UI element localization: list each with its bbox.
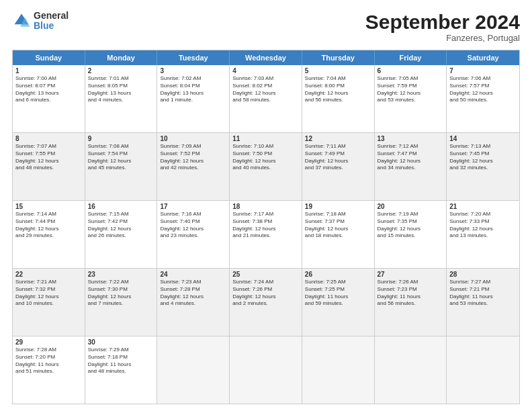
day-number: 10 (160, 135, 226, 142)
calendar-cell: 28Sunrise: 7:27 AM Sunset: 7:21 PM Dayli… (447, 269, 519, 336)
calendar-cell: 22Sunrise: 7:21 AM Sunset: 7:32 PM Dayli… (13, 269, 85, 336)
calendar-cell: 25Sunrise: 7:24 AM Sunset: 7:26 PM Dayli… (230, 269, 302, 336)
day-number: 8 (15, 135, 82, 142)
day-number: 29 (15, 338, 82, 346)
day-number: 4 (232, 67, 299, 75)
day-info: Sunrise: 7:03 AM Sunset: 8:02 PM Dayligh… (232, 75, 299, 104)
day-info: Sunrise: 7:13 AM Sunset: 7:45 PM Dayligh… (449, 143, 517, 172)
day-number: 21 (449, 203, 517, 210)
day-number: 28 (449, 271, 517, 278)
day-number: 2 (88, 67, 154, 75)
day-number: 25 (232, 271, 299, 278)
header-thursday: Thursday (302, 50, 375, 65)
calendar-cell: 3Sunrise: 7:02 AM Sunset: 8:04 PM Daylig… (157, 65, 230, 132)
day-number: 14 (449, 135, 517, 142)
calendar-cell: 26Sunrise: 7:25 AM Sunset: 7:25 PM Dayli… (302, 269, 375, 336)
day-info: Sunrise: 7:25 AM Sunset: 7:25 PM Dayligh… (305, 279, 371, 308)
calendar-cell (447, 336, 519, 404)
calendar-cell: 23Sunrise: 7:22 AM Sunset: 7:30 PM Dayli… (85, 269, 158, 336)
day-number: 17 (160, 203, 226, 210)
calendar: Sunday Monday Tuesday Wednesday Thursday… (12, 50, 520, 404)
day-number: 13 (378, 135, 444, 142)
day-info: Sunrise: 7:16 AM Sunset: 7:40 PM Dayligh… (160, 211, 226, 240)
calendar-row: 8Sunrise: 7:07 AM Sunset: 7:55 PM Daylig… (13, 133, 519, 201)
calendar-cell: 8Sunrise: 7:07 AM Sunset: 7:55 PM Daylig… (13, 133, 85, 200)
calendar-cell: 4Sunrise: 7:03 AM Sunset: 8:02 PM Daylig… (230, 65, 302, 132)
day-info: Sunrise: 7:06 AM Sunset: 7:57 PM Dayligh… (449, 75, 517, 104)
header-wednesday: Wednesday (230, 50, 302, 65)
logo: General Blue (12, 11, 69, 32)
calendar-cell: 24Sunrise: 7:23 AM Sunset: 7:28 PM Dayli… (157, 269, 230, 336)
day-info: Sunrise: 7:11 AM Sunset: 7:49 PM Dayligh… (305, 143, 371, 172)
day-number: 16 (88, 203, 154, 210)
day-info: Sunrise: 7:01 AM Sunset: 8:05 PM Dayligh… (88, 75, 154, 104)
day-number: 26 (305, 271, 371, 278)
logo-blue: Blue (34, 21, 69, 31)
calendar-cell: 5Sunrise: 7:04 AM Sunset: 8:00 PM Daylig… (302, 65, 375, 132)
day-number: 22 (15, 271, 82, 278)
day-number: 11 (232, 135, 299, 142)
calendar-cell: 17Sunrise: 7:16 AM Sunset: 7:40 PM Dayli… (157, 201, 230, 268)
day-info: Sunrise: 7:04 AM Sunset: 8:00 PM Dayligh… (305, 75, 371, 104)
day-number: 24 (160, 271, 226, 278)
day-number: 18 (232, 203, 299, 210)
calendar-cell: 20Sunrise: 7:19 AM Sunset: 7:35 PM Dayli… (375, 201, 447, 268)
header-sunday: Sunday (13, 50, 85, 65)
logo-icon (12, 11, 31, 30)
day-number: 20 (378, 203, 444, 210)
day-info: Sunrise: 7:24 AM Sunset: 7:26 PM Dayligh… (232, 279, 299, 308)
calendar-row: 15Sunrise: 7:14 AM Sunset: 7:44 PM Dayli… (13, 201, 519, 269)
header-monday: Monday (85, 50, 158, 65)
header: General Blue September 2024 Fanzeres, Po… (12, 11, 520, 43)
day-info: Sunrise: 7:08 AM Sunset: 7:54 PM Dayligh… (88, 143, 154, 172)
calendar-cell: 6Sunrise: 7:05 AM Sunset: 7:59 PM Daylig… (375, 65, 447, 132)
calendar-cell: 12Sunrise: 7:11 AM Sunset: 7:49 PM Dayli… (302, 133, 375, 200)
day-number: 9 (88, 135, 154, 142)
day-number: 7 (449, 67, 517, 75)
calendar-cell: 15Sunrise: 7:14 AM Sunset: 7:44 PM Dayli… (13, 201, 85, 268)
calendar-cell: 19Sunrise: 7:18 AM Sunset: 7:37 PM Dayli… (302, 201, 375, 268)
day-number: 5 (305, 67, 371, 75)
day-info: Sunrise: 7:17 AM Sunset: 7:38 PM Dayligh… (232, 211, 299, 240)
calendar-row: 29Sunrise: 7:28 AM Sunset: 7:20 PM Dayli… (13, 336, 519, 404)
day-info: Sunrise: 7:05 AM Sunset: 7:59 PM Dayligh… (378, 75, 444, 104)
calendar-cell (230, 336, 302, 404)
day-number: 19 (305, 203, 371, 210)
day-info: Sunrise: 7:27 AM Sunset: 7:21 PM Dayligh… (449, 279, 517, 308)
day-info: Sunrise: 7:22 AM Sunset: 7:30 PM Dayligh… (88, 279, 154, 308)
day-number: 15 (15, 203, 82, 210)
page: General Blue September 2024 Fanzeres, Po… (0, 0, 532, 411)
day-info: Sunrise: 7:20 AM Sunset: 7:33 PM Dayligh… (449, 211, 517, 240)
calendar-cell: 30Sunrise: 7:29 AM Sunset: 7:18 PM Dayli… (85, 336, 158, 404)
calendar-cell: 14Sunrise: 7:13 AM Sunset: 7:45 PM Dayli… (447, 133, 519, 200)
calendar-header: Sunday Monday Tuesday Wednesday Thursday… (13, 50, 519, 65)
calendar-cell (157, 336, 230, 404)
day-number: 6 (378, 67, 444, 75)
calendar-cell: 9Sunrise: 7:08 AM Sunset: 7:54 PM Daylig… (85, 133, 158, 200)
day-number: 27 (378, 271, 444, 278)
logo-general: General (34, 11, 69, 21)
day-number: 30 (88, 338, 154, 346)
calendar-cell: 29Sunrise: 7:28 AM Sunset: 7:20 PM Dayli… (13, 336, 85, 404)
calendar-cell: 21Sunrise: 7:20 AM Sunset: 7:33 PM Dayli… (447, 201, 519, 268)
day-info: Sunrise: 7:10 AM Sunset: 7:50 PM Dayligh… (232, 143, 299, 172)
day-info: Sunrise: 7:18 AM Sunset: 7:37 PM Dayligh… (305, 211, 371, 240)
calendar-body: 1Sunrise: 7:00 AM Sunset: 8:07 PM Daylig… (13, 65, 519, 404)
day-info: Sunrise: 7:12 AM Sunset: 7:47 PM Dayligh… (378, 143, 444, 172)
calendar-cell: 11Sunrise: 7:10 AM Sunset: 7:50 PM Dayli… (230, 133, 302, 200)
location: Fanzeres, Portugal (365, 33, 520, 43)
day-info: Sunrise: 7:29 AM Sunset: 7:18 PM Dayligh… (88, 347, 154, 375)
day-info: Sunrise: 7:07 AM Sunset: 7:55 PM Dayligh… (15, 143, 82, 172)
calendar-row: 22Sunrise: 7:21 AM Sunset: 7:32 PM Dayli… (13, 269, 519, 336)
day-info: Sunrise: 7:23 AM Sunset: 7:28 PM Dayligh… (160, 279, 226, 308)
calendar-cell: 27Sunrise: 7:26 AM Sunset: 7:23 PM Dayli… (375, 269, 447, 336)
day-info: Sunrise: 7:09 AM Sunset: 7:52 PM Dayligh… (160, 143, 226, 172)
day-info: Sunrise: 7:19 AM Sunset: 7:35 PM Dayligh… (378, 211, 444, 240)
calendar-cell: 7Sunrise: 7:06 AM Sunset: 7:57 PM Daylig… (447, 65, 519, 132)
header-tuesday: Tuesday (157, 50, 230, 65)
calendar-row: 1Sunrise: 7:00 AM Sunset: 8:07 PM Daylig… (13, 65, 519, 133)
calendar-cell: 18Sunrise: 7:17 AM Sunset: 7:38 PM Dayli… (230, 201, 302, 268)
calendar-cell: 1Sunrise: 7:00 AM Sunset: 8:07 PM Daylig… (13, 65, 85, 132)
day-number: 3 (160, 67, 226, 75)
calendar-cell (302, 336, 375, 404)
